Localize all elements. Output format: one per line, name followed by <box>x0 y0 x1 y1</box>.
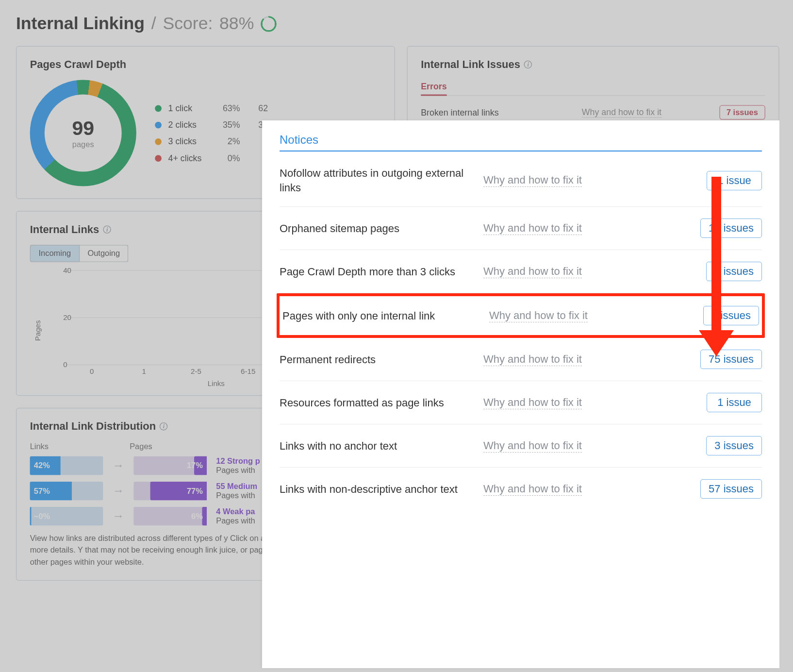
dist-links-pct: ~0% <box>34 512 50 521</box>
notice-row: Nofollow attributes in outgoing external… <box>280 154 762 207</box>
issue-count-badge[interactable]: 7 issues <box>719 105 765 119</box>
arrow-right-icon: → <box>113 484 125 498</box>
issues-card: Internal Link Issues i Errors Broken int… <box>407 46 779 133</box>
crawl-depth-legend-item[interactable]: 3 clicks2%2 <box>155 136 268 147</box>
notice-row: Pages with only one internal linkWhy and… <box>277 293 765 338</box>
notice-count-button[interactable]: 1 issue <box>707 171 762 190</box>
title-separator: / <box>151 13 156 34</box>
notice-count-button[interactable]: 1 issue <box>707 393 762 412</box>
notice-row: Links with no anchor textWhy and how to … <box>280 424 762 468</box>
dist-header-links: Links <box>30 442 130 451</box>
crawl-depth-total-label: pages <box>72 140 94 149</box>
notice-why-link[interactable]: Why and how to fix it <box>483 174 582 187</box>
dist-pages-bar: 77% <box>133 482 207 500</box>
page-title-line: Internal Linking / Score: 88% <box>16 13 793 34</box>
dist-pages-bar: 17% <box>133 456 207 475</box>
barchart-ylabel: Pages <box>33 320 41 341</box>
legend-dot-icon <box>155 155 162 162</box>
arrow-right-icon: → <box>113 509 125 523</box>
notice-name[interactable]: Page Crawl Depth more than 3 clicks <box>280 265 474 279</box>
notice-name[interactable]: Pages with only one internal link <box>282 309 477 323</box>
internal-links-title: Internal Links <box>30 223 99 235</box>
notice-name[interactable]: Orphaned sitemap pages <box>280 221 474 236</box>
dist-pages-bar: 6% <box>133 507 207 525</box>
arrow-right-icon: → <box>113 459 125 473</box>
legend-dot-icon <box>155 138 162 145</box>
legend-label: 3 clicks <box>168 136 207 147</box>
crawl-depth-donut[interactable]: 99 pages <box>30 80 136 186</box>
dist-row-sub: Pages with <box>216 466 260 475</box>
info-icon[interactable]: i <box>524 61 532 68</box>
dist-row-sub: Pages with <box>216 491 257 500</box>
legend-label: 4+ clicks <box>168 153 207 163</box>
issues-title: Internal Link Issues <box>421 59 520 71</box>
barchart-xtick: 0 <box>66 367 118 375</box>
info-icon[interactable]: i <box>160 422 167 430</box>
notice-name[interactable]: Nofollow attributes in outgoing external… <box>280 166 474 195</box>
legend-percent: 63% <box>214 103 240 113</box>
notice-why-link[interactable]: Why and how to fix it <box>483 439 582 453</box>
notice-row: Page Crawl Depth more than 3 clicksWhy a… <box>280 250 762 293</box>
dist-links-bar: ~0% <box>30 507 103 525</box>
notice-name[interactable]: Links with no anchor text <box>280 439 474 454</box>
score-value: 88% <box>219 13 254 34</box>
score-label: Score: <box>163 13 213 34</box>
dist-pages-pct: 17% <box>187 461 203 470</box>
legend-percent: 0% <box>214 153 240 163</box>
notice-why-link[interactable]: Why and how to fix it <box>489 309 588 322</box>
crawl-depth-legend-item[interactable]: 2 clicks35%35 <box>155 120 268 130</box>
tab-errors[interactable]: Errors <box>421 81 446 96</box>
crawl-depth-legend-item[interactable]: 4+ clicks0%0 <box>155 153 268 163</box>
issue-why-link[interactable]: Why and how to fix it <box>582 107 661 118</box>
notice-why-link[interactable]: Why and how to fix it <box>483 483 582 496</box>
dist-row-sub: Pages with <box>216 516 255 525</box>
legend-count: 62 <box>247 103 268 113</box>
dist-links-pct: 42% <box>34 461 50 470</box>
dist-links-pct: 57% <box>34 486 50 495</box>
notice-count-button[interactable]: 75 issues <box>700 350 762 369</box>
notice-row: Links with non-descriptive anchor textWh… <box>280 468 762 510</box>
dist-links-bar: 57% <box>30 482 103 500</box>
dist-row-title[interactable]: 55 Medium <box>216 482 257 491</box>
tab-incoming[interactable]: Incoming <box>30 245 80 262</box>
dist-row-title[interactable]: 12 Strong p <box>216 456 260 466</box>
legend-label: 1 click <box>168 103 207 113</box>
crawl-depth-total: 99 <box>72 117 94 140</box>
notice-count-button[interactable]: 7 issues <box>706 262 762 281</box>
dist-header-pages: Pages <box>130 442 243 451</box>
notice-count-button[interactable]: 3 issues <box>706 436 762 455</box>
legend-dot-icon <box>155 105 162 112</box>
notices-panel: Notices Nofollow attributes in outgoing … <box>262 120 779 668</box>
legend-dot-icon <box>155 121 162 128</box>
notice-row: Resources formatted as page linksWhy and… <box>280 381 762 424</box>
page-title: Internal Linking <box>16 13 145 34</box>
info-icon[interactable]: i <box>103 225 111 233</box>
notice-why-link[interactable]: Why and how to fix it <box>483 396 582 409</box>
distribution-title: Internal Link Distribution <box>30 420 156 433</box>
crawl-depth-title: Pages Crawl Depth <box>30 59 381 71</box>
legend-percent: 35% <box>214 120 240 130</box>
barchart-xtick: 2-5 <box>170 367 222 375</box>
notice-row: Orphaned sitemap pagesWhy and how to fix… <box>280 207 762 250</box>
issue-name: Broken internal links <box>421 107 574 118</box>
dist-pages-pct: 6% <box>191 512 203 521</box>
crawl-depth-legend: 1 click63%622 clicks35%353 clicks2%24+ c… <box>155 103 268 163</box>
notice-count-button[interactable]: 10 issues <box>700 218 762 238</box>
notice-why-link[interactable]: Why and how to fix it <box>483 222 582 235</box>
notice-why-link[interactable]: Why and how to fix it <box>483 265 582 278</box>
notice-count-button[interactable]: 7 issues <box>703 306 759 325</box>
issue-row[interactable]: Broken internal links Why and how to fix… <box>421 105 765 119</box>
notice-name[interactable]: Resources formatted as page links <box>280 396 474 410</box>
legend-percent: 2% <box>214 136 240 147</box>
crawl-depth-legend-item[interactable]: 1 click63%62 <box>155 103 268 113</box>
score-ring-icon <box>261 16 277 32</box>
notice-why-link[interactable]: Why and how to fix it <box>483 353 582 366</box>
legend-label: 2 clicks <box>168 120 207 130</box>
notice-name[interactable]: Permanent redirects <box>280 353 474 367</box>
tab-outgoing[interactable]: Outgoing <box>80 245 129 262</box>
dist-pages-pct: 77% <box>187 486 203 495</box>
notices-title[interactable]: Notices <box>280 133 762 151</box>
notice-count-button[interactable]: 57 issues <box>700 479 762 499</box>
dist-row-title[interactable]: 4 Weak pa <box>216 507 255 516</box>
notice-name[interactable]: Links with non-descriptive anchor text <box>280 482 474 497</box>
